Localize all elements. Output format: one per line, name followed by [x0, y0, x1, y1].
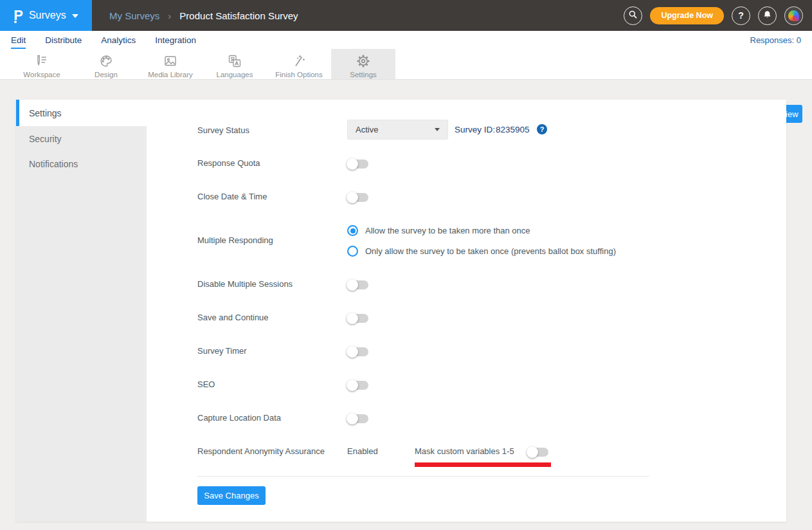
toggle-knob [347, 192, 358, 203]
respondent-anonymity-label: Respondent Anonymity Assurance [197, 446, 325, 456]
survey-timer-toggle[interactable] [347, 347, 368, 356]
toolbar-tab-settings[interactable]: Settings [331, 49, 395, 79]
toolbar-tabs: Workspace Design Media Library Languages [10, 49, 395, 79]
survey-timer-label: Survey Timer [197, 346, 247, 356]
settings-gear-icon [356, 53, 371, 69]
toggle-knob [347, 313, 358, 324]
top-header: P Surveys My Surveys › Product Satisfact… [0, 0, 812, 31]
survey-id-label: Survey ID: [455, 125, 495, 134]
questionpro-logo-icon: P [14, 8, 23, 23]
capture-location-data-toggle[interactable] [347, 414, 368, 423]
tab-distribute[interactable]: Distribute [45, 31, 82, 49]
languages-translate-icon [227, 53, 242, 69]
toggle-knob [347, 346, 358, 358]
toggle-knob [347, 413, 358, 425]
sidebar-item-security[interactable]: Security [16, 126, 147, 151]
content-divider [197, 476, 649, 477]
close-date-time-toggle[interactable] [347, 193, 368, 202]
sidebar-item-settings[interactable]: Settings [16, 100, 147, 126]
bell-icon [762, 10, 772, 22]
mask-custom-variables-toggle[interactable] [527, 448, 548, 457]
help-button[interactable]: ? [732, 6, 750, 25]
save-changes-button[interactable]: Save Changes [197, 486, 266, 505]
survey-id-help-icon[interactable]: ? [537, 124, 547, 134]
survey-status-label: Survey Status [197, 125, 249, 135]
chevron-down-icon [435, 128, 440, 131]
notifications-button[interactable] [758, 6, 777, 25]
sidebar-item-notifications[interactable]: Notifications [16, 151, 147, 176]
design-palette-icon [98, 53, 114, 69]
app-root: P Surveys My Surveys › Product Satisfact… [0, 0, 812, 530]
multiple-responding-label: Multiple Responding [197, 235, 273, 245]
toolbar-tab-label: Design [95, 71, 118, 78]
survey-status-select[interactable]: Active [347, 120, 448, 140]
header-actions: Upgrade Now ? [624, 0, 803, 31]
mask-custom-variables-label: Mask custom variables 1-5 [415, 446, 514, 456]
toolbar-tab-design[interactable]: Design [74, 49, 138, 79]
edit-toolbar: Workspace Design Media Library Languages [0, 49, 812, 80]
seo-toggle[interactable] [347, 381, 368, 390]
toolbar-tab-label: Finish Options [275, 71, 323, 78]
breadcrumb: My Surveys › Product Satisfaction Survey [109, 0, 298, 31]
seo-label: SEO [197, 379, 215, 389]
red-annotation-underline [415, 462, 551, 467]
upgrade-now-button[interactable]: Upgrade Now [650, 7, 724, 24]
search-icon [627, 9, 638, 22]
disable-multiple-sessions-label: Disable Multiple Sessions [197, 279, 293, 289]
product-menu-label: Surveys [29, 10, 66, 21]
anonymity-status: Enabled [347, 446, 378, 456]
tab-edit[interactable]: Edit [11, 31, 26, 49]
breadcrumb-my-surveys[interactable]: My Surveys [109, 10, 159, 21]
responses-count[interactable]: Responses: 0 [750, 31, 802, 49]
toolbar-tab-label: Languages [217, 71, 253, 78]
tab-integration[interactable]: Integration [155, 31, 196, 49]
survey-status-value: Active [356, 125, 378, 134]
radio-only-once-label: Only allow the survey to be taken once (… [365, 246, 616, 256]
toolbar-tab-label: Workspace [23, 71, 60, 78]
tab-analytics[interactable]: Analytics [101, 31, 136, 49]
toggle-knob [347, 158, 358, 170]
product-switcher[interactable]: P Surveys [0, 0, 92, 31]
breadcrumb-separator: › [168, 10, 171, 21]
chevron-down-icon [72, 14, 78, 18]
capture-location-data-label: Capture Location Data [197, 413, 281, 423]
search-button[interactable] [624, 6, 642, 25]
media-library-image-icon [163, 53, 178, 69]
breadcrumb-current-survey: Product Satisfaction Survey [179, 10, 298, 21]
toolbar-tab-label: Settings [350, 71, 377, 78]
workspace-icon [34, 53, 50, 69]
radio-allow-multiple-label: Allow the survey to be taken more than o… [365, 226, 530, 235]
radio-allow-multiple[interactable] [347, 225, 358, 236]
disable-multiple-sessions-toggle[interactable] [347, 280, 368, 289]
response-quota-label: Response Quota [197, 158, 260, 168]
response-quota-toggle[interactable] [347, 160, 368, 169]
save-and-continue-label: Save and Continue [197, 313, 269, 322]
close-date-time-label: Close Date & Time [197, 192, 267, 201]
toggle-knob [347, 379, 358, 391]
toolbar-tab-media-library[interactable]: Media Library [138, 49, 203, 79]
settings-card: Settings Security Notifications Survey S… [16, 100, 786, 522]
user-avatar[interactable] [784, 6, 803, 25]
settings-sidebar: Settings Security Notifications [16, 100, 147, 522]
survey-id-value: 8235905 [496, 125, 530, 134]
account-logo-icon [788, 10, 799, 21]
survey-nav: Edit Distribute Analytics Integration Re… [0, 31, 812, 49]
toolbar-tab-workspace[interactable]: Workspace [10, 49, 74, 79]
toggle-knob [527, 446, 538, 458]
save-and-continue-toggle[interactable] [347, 314, 368, 323]
toolbar-tab-languages[interactable]: Languages [203, 49, 267, 79]
help-question-icon: ? [738, 10, 744, 21]
radio-only-once[interactable] [347, 246, 358, 257]
toolbar-tab-label: Media Library [148, 71, 193, 78]
survey-nav-tabs: Edit Distribute Analytics Integration [11, 31, 196, 49]
finish-options-wand-icon [291, 53, 307, 69]
toolbar-tab-finish-options[interactable]: Finish Options [267, 49, 331, 79]
toggle-knob [347, 279, 358, 291]
